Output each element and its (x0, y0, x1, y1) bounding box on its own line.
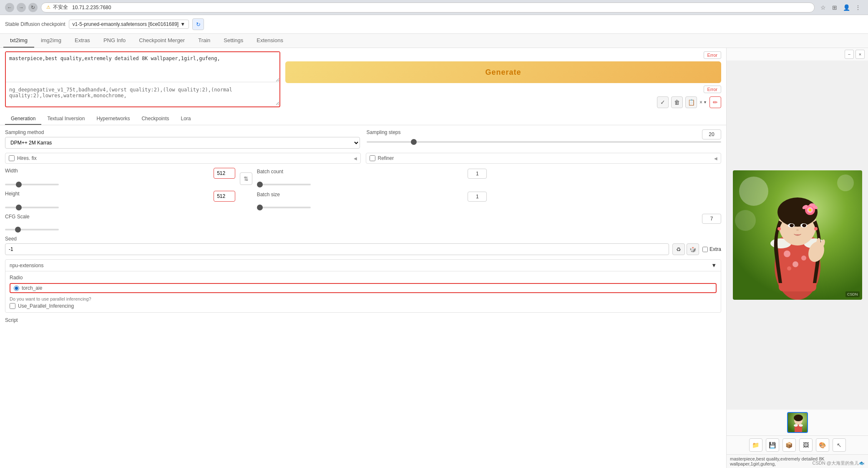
prompt-wrapper (5, 51, 280, 107)
thumbnail-1[interactable] (787, 412, 808, 433)
height-slider[interactable] (5, 207, 59, 208)
checkpoint-select[interactable]: v1-5-pruned-emaonly.safetensors [6ce0161… (69, 20, 189, 29)
save-image-button[interactable]: 💾 (766, 438, 779, 452)
hires-fix-checkbox[interactable] (9, 155, 15, 161)
interrogate-button[interactable]: ↖ (833, 438, 846, 452)
sampling-steps-group: Sampling steps 20 (367, 129, 722, 143)
sampling-steps-label: Sampling steps (367, 129, 401, 139)
tab-extensions[interactable]: Extensions (250, 34, 290, 48)
zip-button[interactable]: 📦 (782, 438, 796, 452)
height-batchsize-row: Height Batch size 1 (5, 191, 721, 210)
tab-checkpoint-merger[interactable]: Checkpoint Merger (132, 34, 191, 48)
batch-count-label: Batch count (257, 169, 283, 179)
sampling-steps-value: 20 (702, 129, 721, 139)
sub-tab-textual-inversion[interactable]: Textual Inversion (41, 113, 91, 125)
svg-point-9 (801, 256, 806, 261)
error-badge-1: Error (704, 51, 721, 59)
checkpoint-value: v1-5-pruned-emaonly.safetensors [6ce0161… (73, 21, 179, 27)
extra-checkbox-input[interactable] (702, 247, 708, 252)
width-slider[interactable] (5, 184, 59, 185)
height-input[interactable] (214, 191, 235, 202)
sub-tab-generation[interactable]: Generation (5, 113, 41, 125)
menu-button[interactable]: ⋮ (853, 3, 863, 13)
width-input[interactable] (214, 168, 235, 179)
generated-image-container: CSDN (727, 61, 868, 410)
parallel-checkbox[interactable] (10, 303, 15, 309)
seed-recycle-button[interactable]: ♻ (672, 243, 685, 255)
sampling-method-select[interactable]: DPM++ 2M Karras (5, 137, 360, 149)
svg-point-11 (787, 266, 791, 271)
batch-size-label: Batch size (257, 192, 280, 202)
sub-tab-hypernetworks[interactable]: Hypernetworks (91, 113, 136, 125)
svg-point-37 (794, 424, 798, 427)
refresh-checkpoint-button[interactable]: ↻ (192, 18, 204, 30)
height-label: Height (5, 191, 20, 202)
style-button[interactable]: 🎨 (816, 438, 829, 452)
panel-close-button[interactable]: × (855, 50, 865, 59)
open-folder-button[interactable]: 📁 (749, 438, 762, 452)
svg-point-21 (796, 229, 799, 231)
image-options-button[interactable]: 🖼 (799, 438, 813, 452)
hires-fix-group: Hires. fix ◀ (5, 153, 361, 164)
positive-prompt[interactable] (6, 52, 279, 82)
extensions-button[interactable]: ⊞ (830, 3, 840, 13)
refiner-checkbox[interactable] (370, 155, 375, 161)
tab-png-info[interactable]: PNG Info (97, 34, 132, 48)
browser-bar: ← → ↻ ⚠ 不安全 10.71.2.235:7680 ☆ ⊞ 👤 ⋮ (0, 0, 868, 15)
interrogate-icon: ↖ (837, 442, 842, 448)
sub-tab-lora[interactable]: Lora (175, 113, 197, 125)
tab-train[interactable]: Train (191, 34, 217, 48)
address-bar[interactable]: ⚠ 不安全 10.71.2.235:7680 (41, 3, 815, 13)
copy-prompt-button[interactable]: 📋 (685, 96, 697, 108)
nav-tabs: txt2img img2img Extras PNG Info Checkpoi… (0, 34, 868, 48)
sampling-method-select-row: DPM++ 2M Karras (5, 137, 360, 149)
batch-size-group: Batch size 1 (257, 192, 487, 210)
close-x-button[interactable]: × ▼ (699, 99, 707, 105)
extra-checkbox: Extra (702, 246, 721, 252)
edit-button[interactable]: ✏ (709, 96, 721, 108)
checkpoint-label: Stable Diffusion checkpoint (5, 21, 65, 27)
radio-torch-aie[interactable] (14, 286, 19, 291)
right-panel-header: − × (727, 48, 868, 61)
tab-txt2img[interactable]: txt2img (3, 34, 34, 48)
forward-button[interactable]: → (17, 3, 26, 12)
radio-option-torch-aie[interactable]: torch_aie (10, 283, 717, 293)
save-prompt-button[interactable]: ✓ (657, 96, 669, 108)
svg-point-20 (804, 224, 805, 226)
profile-button[interactable]: 👤 (841, 3, 851, 13)
sampling-steps-slider[interactable] (367, 141, 722, 143)
cfg-scale-slider[interactable] (5, 229, 59, 230)
back-button[interactable]: ← (5, 3, 14, 12)
refiner-collapse-arrow[interactable]: ◀ (714, 156, 717, 161)
tab-img2img[interactable]: img2img (34, 34, 68, 48)
negative-prompt[interactable] (6, 83, 279, 105)
script-group: Script (5, 317, 721, 323)
seed-input[interactable] (5, 243, 669, 255)
tab-extras[interactable]: Extras (68, 34, 97, 48)
tab-settings[interactable]: Settings (217, 34, 250, 48)
torch-aie-label: torch_aie (22, 285, 42, 291)
check-icon: ✓ (660, 99, 665, 106)
panel-collapse-button[interactable]: − (845, 50, 854, 59)
save-icon: 💾 (769, 442, 776, 448)
refresh-button[interactable]: ↻ (28, 3, 38, 12)
refiner-label: Refiner (378, 155, 394, 161)
seed-label: Seed (5, 236, 721, 242)
delete-prompt-button[interactable]: 🗑 (671, 96, 683, 108)
npu-header[interactable]: npu-extensions ▼ (5, 260, 721, 271)
svg-point-8 (784, 250, 790, 257)
batch-count-slider[interactable] (257, 184, 311, 185)
checkpoint-bar: Stable Diffusion checkpoint v1-5-pruned-… (0, 15, 868, 34)
batch-size-slider[interactable] (257, 207, 311, 208)
recycle-icon: ♻ (676, 246, 681, 253)
star-button[interactable]: ☆ (818, 3, 828, 13)
seed-dice-button[interactable]: 🎲 (687, 243, 699, 255)
svg-point-1 (739, 177, 768, 206)
svg-point-35 (794, 415, 803, 421)
generate-button[interactable]: Generate (285, 61, 721, 83)
swap-dimensions-button[interactable]: ⇅ (240, 172, 252, 185)
sub-tab-checkpoints[interactable]: Checkpoints (136, 113, 175, 125)
error-row-bottom: Error (285, 86, 721, 93)
hires-collapse-arrow[interactable]: ◀ (354, 156, 357, 161)
svg-point-29 (809, 203, 815, 207)
